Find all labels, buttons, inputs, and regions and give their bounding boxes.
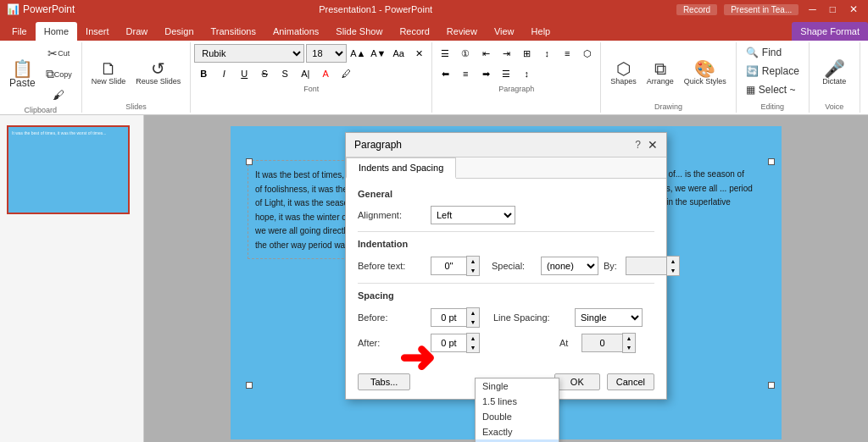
- ribbon-group-font: Rubik 18 A▲ A▼ Aa ✕ B I U S S A| A 🖊 Fon…: [191, 42, 432, 113]
- alignment-select[interactable]: Left Center Right Justified: [431, 206, 515, 224]
- paste-button[interactable]: 📋 Paste: [5, 58, 40, 91]
- dropdown-single[interactable]: Single: [476, 378, 559, 394]
- increase-font-button[interactable]: A▲: [348, 44, 367, 63]
- at-down[interactable]: ▼: [623, 343, 635, 352]
- arrange-button[interactable]: ⧉ Arrange: [643, 58, 678, 88]
- slide-thumbnail[interactable]: It was the best of times, it was the wor…: [7, 125, 130, 214]
- alignment-label: Alignment:: [358, 210, 426, 220]
- before-up[interactable]: ▲: [467, 308, 479, 318]
- by-down[interactable]: ▼: [667, 266, 679, 275]
- change-case-button[interactable]: Aa: [389, 44, 408, 63]
- tab-home[interactable]: Home: [36, 22, 77, 41]
- decrease-font-button[interactable]: A▼: [369, 44, 387, 63]
- record-button[interactable]: Record: [676, 4, 717, 15]
- paste-icon: 📋: [12, 60, 33, 77]
- select-button[interactable]: ▦ Select ~: [742, 81, 800, 98]
- shadow-button[interactable]: S: [275, 64, 294, 83]
- voice-label: Voice: [825, 101, 843, 111]
- tab-shape-format[interactable]: Shape Format: [792, 22, 868, 41]
- italic-button[interactable]: I: [214, 64, 233, 83]
- tab-view[interactable]: View: [486, 22, 523, 41]
- align-text-button[interactable]: ≡: [558, 44, 576, 63]
- underline-button[interactable]: U: [235, 64, 253, 83]
- present-button[interactable]: Present in Tea...: [724, 4, 798, 15]
- tab-draw[interactable]: Draw: [118, 22, 157, 41]
- by-input[interactable]: [626, 257, 666, 275]
- dialog-title: Paragraph: [354, 139, 402, 151]
- tab-animations[interactable]: Animations: [264, 22, 327, 41]
- cut-button[interactable]: ✂Cut: [42, 44, 76, 63]
- dialog-overlay: Paragraph ? ✕ Indents and Spacing Genera…: [144, 115, 868, 442]
- at-input[interactable]: [581, 334, 622, 352]
- copy-button[interactable]: ⧉Copy: [42, 64, 76, 84]
- after-input[interactable]: [431, 334, 466, 352]
- decrease-indent-button[interactable]: ⇤: [476, 44, 495, 63]
- font-name-select[interactable]: Rubik: [194, 44, 304, 63]
- restore-button[interactable]: □: [826, 3, 839, 15]
- replace-button[interactable]: 🔄 Replace: [742, 63, 804, 80]
- tab-design[interactable]: Design: [156, 22, 202, 41]
- dialog-tab-indents[interactable]: Indents and Spacing: [346, 157, 456, 179]
- align-center-button[interactable]: ≡: [456, 64, 475, 83]
- align-left-button[interactable]: ⬅: [436, 64, 454, 83]
- font-color-button[interactable]: A: [316, 64, 335, 83]
- shapes-button[interactable]: ⬡ Shapes: [606, 58, 641, 88]
- tab-transitions[interactable]: Transitions: [203, 22, 264, 41]
- before-text-down[interactable]: ▼: [467, 266, 479, 275]
- format-painter-button[interactable]: 🖌: [42, 86, 76, 104]
- char-spacing-button[interactable]: A|: [296, 64, 314, 83]
- column-button[interactable]: ⊞: [517, 44, 536, 63]
- font-size-select[interactable]: 18: [306, 44, 347, 63]
- numbering-button[interactable]: ①: [456, 44, 475, 63]
- before-text-spinner-btns: ▲ ▼: [466, 256, 480, 276]
- tab-review[interactable]: Review: [438, 22, 486, 41]
- tab-record[interactable]: Record: [391, 22, 437, 41]
- dropdown-exactly[interactable]: Exactly: [476, 424, 559, 439]
- ok-button[interactable]: OK: [554, 373, 600, 390]
- tab-file[interactable]: File: [3, 22, 36, 41]
- dictate-button[interactable]: 🎤 Dictate: [818, 58, 850, 88]
- find-button[interactable]: 🔍 Find: [742, 44, 786, 61]
- clear-format-button[interactable]: ✕: [409, 44, 428, 63]
- title-bar-app: PowerPoint: [23, 3, 75, 15]
- align-right-button[interactable]: ➡: [476, 64, 495, 83]
- close-button[interactable]: ✕: [846, 3, 861, 15]
- minimize-button[interactable]: ─: [805, 3, 820, 15]
- app-logo: 📊: [7, 3, 19, 15]
- bullets-button[interactable]: ☰: [436, 44, 454, 63]
- reuse-slides-button[interactable]: ↺ Reuse Slides: [131, 58, 185, 88]
- before-text-up[interactable]: ▲: [467, 257, 479, 266]
- quick-styles-button[interactable]: 🎨 Quick Styles: [680, 58, 731, 88]
- by-up[interactable]: ▲: [667, 257, 679, 266]
- strikethrough-button[interactable]: S: [255, 64, 274, 83]
- tab-slideshow[interactable]: Slide Show: [327, 22, 391, 41]
- arrange-icon: ⧉: [654, 60, 666, 77]
- highlight-button[interactable]: 🖊: [337, 64, 355, 83]
- cancel-button[interactable]: Cancel: [607, 373, 654, 390]
- dialog-close-button[interactable]: ✕: [648, 138, 658, 152]
- new-slide-button[interactable]: 🗋 New Slide: [87, 58, 131, 88]
- dialog-help-button[interactable]: ?: [635, 139, 641, 151]
- tab-insert[interactable]: Insert: [77, 22, 118, 41]
- dropdown-double[interactable]: Double: [476, 409, 559, 424]
- convert-smartart-button[interactable]: ⬡: [578, 44, 597, 63]
- tab-help[interactable]: Help: [523, 22, 559, 41]
- line-spacing-wrap: Single 1.5 lines Double Exactly Multiple: [575, 308, 643, 327]
- after-up[interactable]: ▲: [467, 334, 479, 343]
- arrow-indicator: ➜: [398, 332, 436, 383]
- line-spacing-select[interactable]: Single 1.5 lines Double Exactly Multiple: [575, 308, 643, 327]
- after-down[interactable]: ▼: [467, 343, 479, 352]
- at-up[interactable]: ▲: [623, 334, 635, 343]
- bold-button[interactable]: B: [194, 64, 213, 83]
- dropdown-1-5[interactable]: 1.5 lines: [476, 394, 559, 409]
- text-direction-button[interactable]: ↕: [537, 44, 556, 63]
- editing-label: Editing: [761, 101, 785, 111]
- before-input[interactable]: [431, 308, 466, 327]
- before-text-input[interactable]: [431, 257, 466, 275]
- justify-button[interactable]: ☰: [497, 64, 515, 83]
- line-spacing-button[interactable]: ↕: [517, 64, 536, 83]
- ribbon-tabs: File Home Insert Draw Design Transitions…: [0, 19, 868, 41]
- increase-indent-button[interactable]: ⇥: [497, 44, 515, 63]
- before-down[interactable]: ▼: [467, 318, 479, 327]
- special-select[interactable]: (none) First line Hanging: [541, 257, 598, 275]
